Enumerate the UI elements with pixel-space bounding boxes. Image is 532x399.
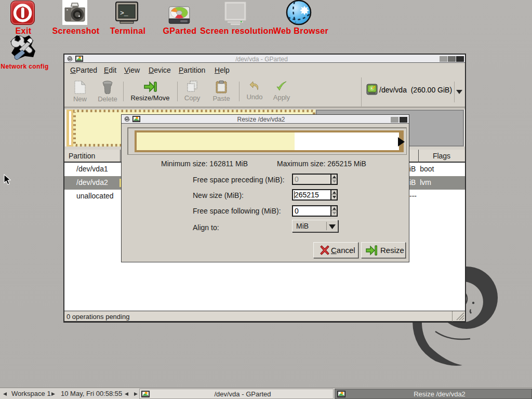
svg-text:>_: >_: [120, 9, 128, 17]
